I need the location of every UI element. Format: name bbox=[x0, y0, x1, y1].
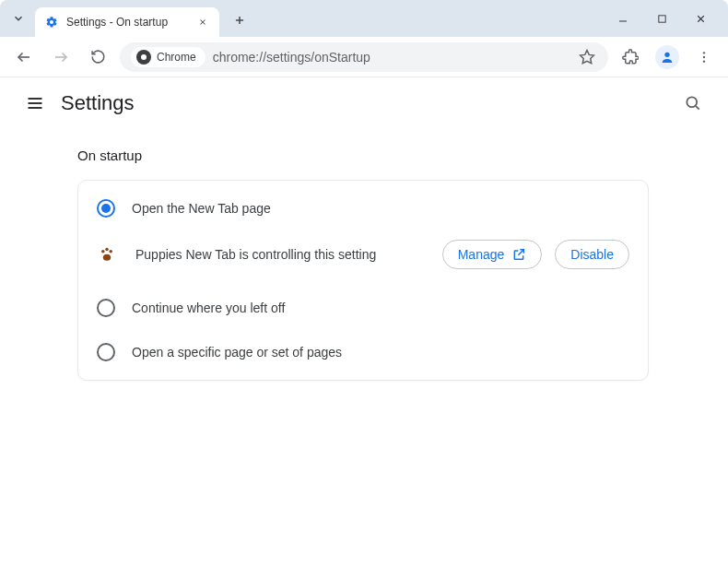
radio-icon bbox=[97, 343, 115, 361]
content-header: Settings bbox=[0, 77, 728, 129]
radio-option-specific-pages[interactable]: Open a specific page or set of pages bbox=[78, 330, 648, 374]
radio-option-new-tab[interactable]: Open the New Tab page bbox=[78, 186, 648, 230]
gear-icon bbox=[44, 15, 59, 29]
site-chip-label: Chrome bbox=[157, 51, 196, 64]
tab-search-button[interactable] bbox=[7, 7, 29, 29]
menu-button[interactable] bbox=[18, 87, 52, 120]
avatar-icon bbox=[655, 45, 679, 69]
svg-point-11 bbox=[664, 52, 669, 56]
svg-marker-10 bbox=[581, 50, 594, 63]
radio-label: Open the New Tab page bbox=[132, 201, 271, 216]
svg-point-18 bbox=[687, 97, 697, 107]
svg-point-14 bbox=[703, 60, 705, 62]
extension-notice-text: Puppies New Tab is controlling this sett… bbox=[135, 247, 429, 262]
address-bar: Chrome chrome://settings/onStartup bbox=[0, 37, 728, 77]
svg-point-21 bbox=[105, 248, 109, 252]
browser-tab[interactable]: Settings - On startup bbox=[35, 7, 219, 37]
extensions-icon[interactable] bbox=[616, 42, 645, 72]
main-content: On startup Open the New Tab page Puppies… bbox=[0, 129, 728, 381]
chrome-icon bbox=[136, 50, 151, 65]
manage-button-label: Manage bbox=[458, 247, 505, 262]
reload-button[interactable] bbox=[83, 42, 112, 72]
startup-card: Open the New Tab page Puppies New Tab is… bbox=[77, 180, 649, 381]
page-title: Settings bbox=[61, 91, 135, 115]
maximize-button[interactable] bbox=[649, 6, 675, 31]
radio-option-continue[interactable]: Continue where you left off bbox=[78, 286, 648, 330]
close-window-button[interactable] bbox=[687, 6, 713, 31]
site-chip[interactable]: Chrome bbox=[131, 47, 205, 67]
window-controls bbox=[610, 6, 713, 31]
profile-button[interactable] bbox=[652, 42, 682, 72]
window-titlebar: Settings - On startup bbox=[0, 0, 728, 37]
kebab-menu-icon[interactable] bbox=[689, 42, 719, 72]
radio-icon bbox=[97, 299, 115, 317]
radio-label: Continue where you left off bbox=[132, 301, 285, 315]
svg-rect-5 bbox=[658, 15, 664, 21]
url-text: chrome://settings/onStartup bbox=[213, 50, 569, 65]
svg-point-20 bbox=[101, 250, 105, 254]
svg-point-13 bbox=[703, 55, 705, 57]
open-external-icon bbox=[511, 247, 526, 262]
back-button[interactable] bbox=[9, 42, 39, 72]
paw-icon bbox=[97, 245, 117, 264]
bookmark-star-icon[interactable] bbox=[577, 42, 597, 72]
extension-notice-row: Puppies New Tab is controlling this sett… bbox=[78, 230, 648, 286]
svg-point-22 bbox=[109, 250, 112, 254]
tab-title: Settings - On startup bbox=[66, 16, 188, 29]
close-icon[interactable] bbox=[195, 15, 210, 29]
omnibox[interactable]: Chrome chrome://settings/onStartup bbox=[120, 42, 608, 72]
radio-icon bbox=[97, 199, 115, 218]
new-tab-button[interactable] bbox=[227, 7, 252, 33]
svg-line-19 bbox=[696, 106, 699, 110]
search-button[interactable] bbox=[676, 87, 710, 120]
radio-label: Open a specific page or set of pages bbox=[132, 345, 342, 360]
disable-button-label: Disable bbox=[570, 247, 614, 262]
disable-button[interactable]: Disable bbox=[555, 240, 629, 269]
svg-point-12 bbox=[703, 52, 705, 53]
svg-point-23 bbox=[103, 254, 111, 261]
manage-button[interactable]: Manage bbox=[442, 240, 543, 269]
forward-button[interactable] bbox=[46, 42, 76, 72]
minimize-button[interactable] bbox=[610, 6, 636, 31]
section-heading: On startup bbox=[77, 147, 728, 163]
